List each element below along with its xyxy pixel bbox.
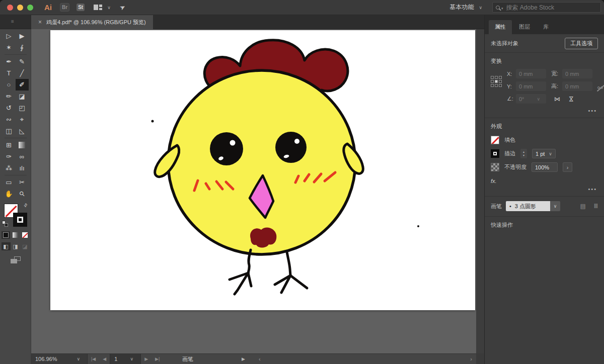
constrain-proportions-icon[interactable]: ⚯ — [597, 84, 603, 92]
none-button[interactable] — [21, 231, 29, 239]
height-field[interactable]: 0 mm — [562, 81, 592, 91]
color-button[interactable] — [2, 231, 10, 239]
fill-color-swatch[interactable] — [491, 136, 499, 144]
document-title: 鸡蛋4.pdf* @ 106.96% (RGB/GPU 预览) — [46, 19, 146, 26]
tab-libraries[interactable]: 库 — [537, 20, 555, 34]
column-graph-tool[interactable]: ılı — [16, 162, 29, 174]
brush-chevron-icon[interactable]: ∨ — [550, 201, 560, 211]
drawing-mode-buttons: ◧ ◨ ◪ — [2, 242, 30, 250]
lasso-tool[interactable]: ∮ — [16, 42, 29, 53]
stroke-swatch[interactable] — [13, 213, 27, 227]
zoom-level-select[interactable]: 106.96% ∨ — [31, 354, 88, 364]
effects-button[interactable]: fx. — [485, 174, 604, 185]
stroke-color-swatch[interactable] — [491, 149, 499, 158]
stroke-weight-stepper[interactable]: ▴▾ — [520, 149, 527, 158]
stock-search-box[interactable]: ▾ — [492, 2, 601, 13]
tab-properties[interactable]: 属性 — [489, 20, 512, 34]
reference-point-icon[interactable] — [491, 76, 502, 107]
y-field[interactable]: 0 mm — [516, 81, 546, 91]
height-label: 高: — [551, 82, 562, 90]
eyedropper-icon: ✑ — [6, 153, 12, 160]
flip-vertical-icon[interactable]: ⋈ — [568, 96, 575, 102]
blend-tool[interactable]: ∞ — [16, 151, 29, 162]
minimize-window-button[interactable] — [17, 5, 23, 11]
opacity-icon[interactable] — [491, 163, 499, 171]
width-icon: ∾ — [6, 116, 12, 123]
screen-mode-icon[interactable] — [11, 256, 21, 263]
paintbrush-tool[interactable]: ✐ — [16, 79, 29, 90]
perspective-grid-tool[interactable]: ◺ — [16, 125, 29, 137]
next-artboard-button[interactable]: ▶ — [141, 356, 152, 361]
puppet-warp-tool[interactable]: ⌖ — [16, 114, 29, 125]
brush-dot-icon: • — [509, 203, 511, 209]
tool-options-button[interactable]: 工具选项 — [565, 38, 598, 49]
swap-fill-stroke-icon[interactable]: ⇄ — [23, 202, 29, 208]
gradient-tool[interactable] — [16, 139, 29, 151]
close-window-button[interactable] — [7, 5, 13, 11]
hand-tool[interactable]: ✋ — [3, 188, 16, 200]
tab-layers[interactable]: 图层 — [513, 20, 536, 34]
previous-artboard-button[interactable]: ◀ — [99, 356, 110, 361]
stock-icon[interactable]: St — [77, 4, 85, 11]
default-fill-stroke-icon[interactable] — [2, 221, 7, 226]
x-field[interactable]: 0 mm — [516, 69, 546, 78]
toolbar-collapse-icon[interactable]: ≡ — [11, 19, 14, 24]
artboard-number-select[interactable]: 1 ∨ — [110, 354, 141, 364]
first-artboard-button[interactable]: |◀ — [88, 356, 99, 361]
artboard-tool[interactable]: ▭ — [3, 176, 16, 188]
artboard[interactable] — [50, 30, 475, 310]
scale-tool[interactable]: ◰ — [16, 102, 29, 114]
pen-tool[interactable]: ✒ — [3, 56, 16, 67]
slice-tool[interactable]: ✂ — [16, 176, 29, 188]
eraser-tool[interactable]: ◪ — [16, 90, 29, 102]
draw-normal-icon[interactable]: ◧ — [2, 242, 11, 250]
search-icon — [496, 6, 500, 10]
status-expand-icon[interactable]: › — [470, 356, 472, 362]
flip-horizontal-icon[interactable]: ⋈ — [554, 96, 560, 103]
mesh-tool[interactable]: ⊞ — [3, 139, 16, 151]
ellipse-tool[interactable]: ○ — [3, 79, 16, 90]
shape-builder-tool[interactable]: ◫ — [3, 125, 16, 137]
width-tool[interactable]: ∾ — [3, 114, 16, 125]
status-play-icon[interactable]: ▶ — [242, 356, 245, 361]
search-scope-chevron-icon: ▾ — [501, 7, 503, 11]
close-tab-icon[interactable]: × — [38, 19, 42, 26]
pencil-tool[interactable]: ✏ — [3, 90, 16, 102]
status-collapse-icon[interactable]: ‹ — [259, 356, 261, 362]
width-field[interactable]: 0 mm — [562, 69, 592, 78]
draw-inside-icon[interactable]: ◪ — [21, 242, 30, 250]
bridge-icon[interactable]: Br — [60, 3, 69, 12]
arrange-documents-icon[interactable] — [94, 5, 102, 10]
transform-more-options[interactable]: ••• — [485, 107, 604, 118]
arrange-documents-chevron-icon[interactable]: ∨ — [107, 5, 111, 10]
symbol-sprayer-tool[interactable]: ⁂ — [3, 162, 16, 174]
search-input[interactable] — [505, 4, 597, 12]
opacity-field[interactable]: 100% — [532, 162, 558, 172]
direct-selection-tool[interactable]: ▶ — [16, 30, 29, 42]
eyedropper-tool[interactable]: ✑ — [3, 151, 16, 162]
canvas-area[interactable]: ▲ ▼ — [31, 29, 476, 353]
fullscreen-window-button[interactable] — [27, 5, 33, 11]
zoom-tool[interactable]: ⚲ — [16, 188, 29, 200]
last-artboard-button[interactable]: ▶| — [152, 356, 163, 361]
brush-select[interactable]: • 3 点圆形 — [506, 201, 550, 211]
draw-behind-icon[interactable]: ◨ — [11, 242, 20, 250]
line-segment-tool[interactable]: ╱ — [16, 67, 29, 79]
magic-wand-tool[interactable]: ✶ — [3, 42, 16, 53]
document-tab[interactable]: × 鸡蛋4.pdf* @ 106.96% (RGB/GPU 预览) — [31, 15, 153, 29]
gradient-button[interactable] — [11, 231, 20, 239]
workspace-switcher[interactable]: 基本功能 ∨ — [449, 3, 485, 12]
y-label: Y: — [507, 83, 516, 89]
opacity-label: 不透明度 — [504, 163, 526, 171]
opacity-more-icon[interactable]: › — [563, 162, 572, 172]
brush-libraries-icon[interactable]: Ⅲ — [594, 203, 598, 210]
selection-tool[interactable]: ▷ — [3, 30, 16, 42]
appearance-more-options[interactable]: ••• — [485, 185, 604, 196]
curvature-tool[interactable]: ✎ — [16, 56, 29, 67]
rotate-tool[interactable]: ↺ — [3, 102, 16, 114]
type-tool[interactable]: T — [3, 67, 16, 79]
share-icon[interactable]: ➤ — [118, 3, 127, 12]
angle-select[interactable]: 0°∨ — [516, 94, 546, 104]
stroke-weight-select[interactable]: 1 pt ∨ — [532, 149, 556, 158]
brush-options-icon[interactable]: ▤ — [580, 203, 585, 210]
